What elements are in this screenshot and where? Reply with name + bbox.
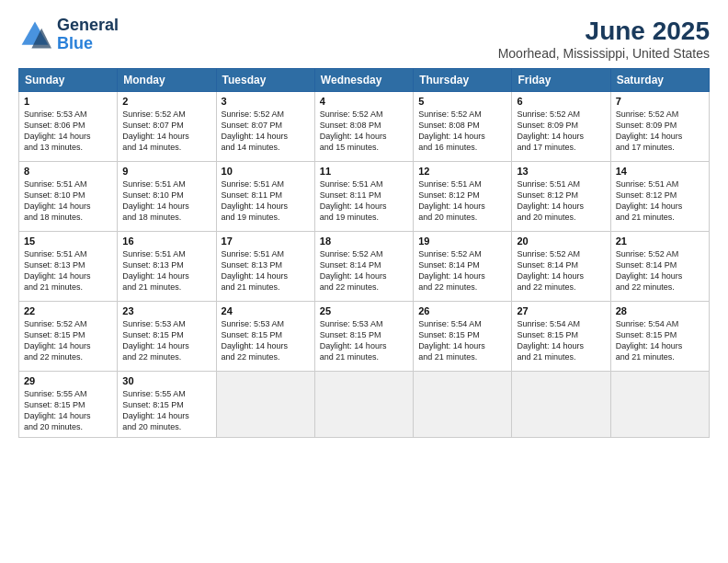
- calendar-cell: [314, 372, 413, 438]
- day-info: Sunrise: 5:51 AM Sunset: 8:12 PM Dayligh…: [616, 178, 704, 224]
- day-info: Sunrise: 5:51 AM Sunset: 8:13 PM Dayligh…: [24, 248, 112, 293]
- day-info: Sunrise: 5:51 AM Sunset: 8:13 PM Dayligh…: [222, 248, 310, 293]
- header: General Blue June 2025 Moorhead, Mississ…: [18, 17, 710, 61]
- calendar-cell: 11Sunrise: 5:51 AM Sunset: 8:11 PM Dayli…: [314, 162, 413, 232]
- day-number: 15: [24, 236, 112, 247]
- day-number: 1: [24, 96, 112, 107]
- calendar-cell: [610, 372, 709, 438]
- calendar-cell: 24Sunrise: 5:53 AM Sunset: 8:15 PM Dayli…: [216, 302, 314, 372]
- calendar-cell: 20Sunrise: 5:52 AM Sunset: 8:14 PM Dayli…: [512, 232, 610, 302]
- logo-icon: [18, 18, 51, 52]
- calendar-week-3: 15Sunrise: 5:51 AM Sunset: 8:13 PM Dayli…: [19, 232, 710, 302]
- calendar-cell: 4Sunrise: 5:52 AM Sunset: 8:08 PM Daylig…: [314, 92, 413, 162]
- calendar-cell: 29Sunrise: 5:55 AM Sunset: 8:15 PM Dayli…: [19, 372, 118, 438]
- day-number: 2: [122, 96, 210, 107]
- calendar-cell: 3Sunrise: 5:52 AM Sunset: 8:07 PM Daylig…: [216, 92, 314, 162]
- day-number: 27: [517, 305, 605, 316]
- logo: General Blue: [18, 17, 119, 53]
- day-info: Sunrise: 5:53 AM Sunset: 8:06 PM Dayligh…: [24, 109, 112, 154]
- calendar-cell: 19Sunrise: 5:52 AM Sunset: 8:14 PM Dayli…: [414, 232, 512, 302]
- calendar-cell: 9Sunrise: 5:51 AM Sunset: 8:10 PM Daylig…: [118, 162, 216, 232]
- calendar-cell: 10Sunrise: 5:51 AM Sunset: 8:11 PM Dayli…: [216, 162, 314, 232]
- day-number: 28: [616, 305, 704, 316]
- calendar-week-1: 1Sunrise: 5:53 AM Sunset: 8:06 PM Daylig…: [19, 92, 710, 162]
- day-number: 13: [517, 166, 605, 177]
- calendar-cell: 25Sunrise: 5:53 AM Sunset: 8:15 PM Dayli…: [314, 302, 413, 372]
- calendar-cell: [512, 372, 610, 438]
- calendar-cell: 6Sunrise: 5:52 AM Sunset: 8:09 PM Daylig…: [512, 92, 610, 162]
- calendar-week-2: 8Sunrise: 5:51 AM Sunset: 8:10 PM Daylig…: [19, 162, 710, 232]
- day-number: 8: [24, 166, 112, 177]
- day-number: 7: [616, 96, 704, 107]
- day-number: 21: [616, 236, 704, 247]
- day-number: 3: [222, 96, 310, 107]
- day-info: Sunrise: 5:51 AM Sunset: 8:12 PM Dayligh…: [418, 178, 506, 224]
- day-number: 12: [418, 166, 506, 177]
- calendar-cell: 21Sunrise: 5:52 AM Sunset: 8:14 PM Dayli…: [610, 232, 709, 302]
- calendar-cell: 26Sunrise: 5:54 AM Sunset: 8:15 PM Dayli…: [414, 302, 512, 372]
- day-number: 29: [24, 375, 112, 386]
- col-sunday: Sunday: [19, 69, 118, 92]
- calendar-table: Sunday Monday Tuesday Wednesday Thursday…: [18, 68, 710, 438]
- calendar-cell: 22Sunrise: 5:52 AM Sunset: 8:15 PM Dayli…: [19, 302, 118, 372]
- calendar-cell: 18Sunrise: 5:52 AM Sunset: 8:14 PM Dayli…: [314, 232, 413, 302]
- calendar-cell: 16Sunrise: 5:51 AM Sunset: 8:13 PM Dayli…: [118, 232, 216, 302]
- col-friday: Friday: [512, 69, 610, 92]
- col-tuesday: Tuesday: [216, 69, 314, 92]
- col-wednesday: Wednesday: [314, 69, 413, 92]
- day-info: Sunrise: 5:53 AM Sunset: 8:15 PM Dayligh…: [320, 318, 408, 363]
- calendar-cell: 15Sunrise: 5:51 AM Sunset: 8:13 PM Dayli…: [19, 232, 118, 302]
- day-info: Sunrise: 5:51 AM Sunset: 8:10 PM Dayligh…: [24, 178, 112, 224]
- day-number: 24: [222, 305, 310, 316]
- day-number: 11: [320, 166, 408, 177]
- day-info: Sunrise: 5:52 AM Sunset: 8:08 PM Dayligh…: [418, 109, 506, 154]
- day-number: 30: [122, 375, 210, 386]
- day-info: Sunrise: 5:52 AM Sunset: 8:07 PM Dayligh…: [122, 109, 210, 154]
- day-info: Sunrise: 5:52 AM Sunset: 8:07 PM Dayligh…: [222, 109, 310, 154]
- location: Moorhead, Mississippi, United States: [498, 46, 710, 61]
- day-info: Sunrise: 5:51 AM Sunset: 8:13 PM Dayligh…: [122, 248, 210, 293]
- col-saturday: Saturday: [610, 69, 709, 92]
- day-info: Sunrise: 5:54 AM Sunset: 8:15 PM Dayligh…: [418, 318, 506, 363]
- title-block: June 2025 Moorhead, Mississippi, United …: [498, 17, 710, 61]
- day-info: Sunrise: 5:51 AM Sunset: 8:11 PM Dayligh…: [320, 178, 408, 224]
- day-info: Sunrise: 5:52 AM Sunset: 8:09 PM Dayligh…: [616, 109, 704, 154]
- calendar-cell: 17Sunrise: 5:51 AM Sunset: 8:13 PM Dayli…: [216, 232, 314, 302]
- day-info: Sunrise: 5:51 AM Sunset: 8:11 PM Dayligh…: [222, 178, 310, 224]
- day-info: Sunrise: 5:55 AM Sunset: 8:15 PM Dayligh…: [122, 388, 210, 433]
- calendar-cell: 2Sunrise: 5:52 AM Sunset: 8:07 PM Daylig…: [118, 92, 216, 162]
- day-number: 18: [320, 236, 408, 247]
- day-info: Sunrise: 5:54 AM Sunset: 8:15 PM Dayligh…: [517, 318, 605, 363]
- calendar-cell: [216, 372, 314, 438]
- day-info: Sunrise: 5:54 AM Sunset: 8:15 PM Dayligh…: [616, 318, 704, 363]
- day-number: 26: [418, 305, 506, 316]
- day-number: 22: [24, 305, 112, 316]
- day-number: 17: [222, 236, 310, 247]
- day-info: Sunrise: 5:52 AM Sunset: 8:14 PM Dayligh…: [418, 248, 506, 293]
- day-info: Sunrise: 5:53 AM Sunset: 8:15 PM Dayligh…: [222, 318, 310, 363]
- day-info: Sunrise: 5:52 AM Sunset: 8:14 PM Dayligh…: [616, 248, 704, 293]
- day-info: Sunrise: 5:52 AM Sunset: 8:09 PM Dayligh…: [517, 109, 605, 154]
- calendar-cell: 5Sunrise: 5:52 AM Sunset: 8:08 PM Daylig…: [414, 92, 512, 162]
- day-info: Sunrise: 5:52 AM Sunset: 8:08 PM Dayligh…: [320, 109, 408, 154]
- day-number: 4: [320, 96, 408, 107]
- calendar-cell: 12Sunrise: 5:51 AM Sunset: 8:12 PM Dayli…: [414, 162, 512, 232]
- logo-text: General Blue: [57, 17, 119, 53]
- calendar-cell: [414, 372, 512, 438]
- day-number: 20: [517, 236, 605, 247]
- day-number: 23: [122, 305, 210, 316]
- calendar-cell: 28Sunrise: 5:54 AM Sunset: 8:15 PM Dayli…: [610, 302, 709, 372]
- day-number: 19: [418, 236, 506, 247]
- calendar-cell: 27Sunrise: 5:54 AM Sunset: 8:15 PM Dayli…: [512, 302, 610, 372]
- day-number: 16: [122, 236, 210, 247]
- day-number: 9: [122, 166, 210, 177]
- day-info: Sunrise: 5:51 AM Sunset: 8:12 PM Dayligh…: [517, 178, 605, 224]
- calendar-cell: 13Sunrise: 5:51 AM Sunset: 8:12 PM Dayli…: [512, 162, 610, 232]
- day-info: Sunrise: 5:55 AM Sunset: 8:15 PM Dayligh…: [24, 388, 112, 433]
- header-row: Sunday Monday Tuesday Wednesday Thursday…: [19, 69, 710, 92]
- day-number: 25: [320, 305, 408, 316]
- day-info: Sunrise: 5:52 AM Sunset: 8:14 PM Dayligh…: [517, 248, 605, 293]
- day-info: Sunrise: 5:51 AM Sunset: 8:10 PM Dayligh…: [122, 178, 210, 224]
- col-thursday: Thursday: [414, 69, 512, 92]
- day-number: 6: [517, 96, 605, 107]
